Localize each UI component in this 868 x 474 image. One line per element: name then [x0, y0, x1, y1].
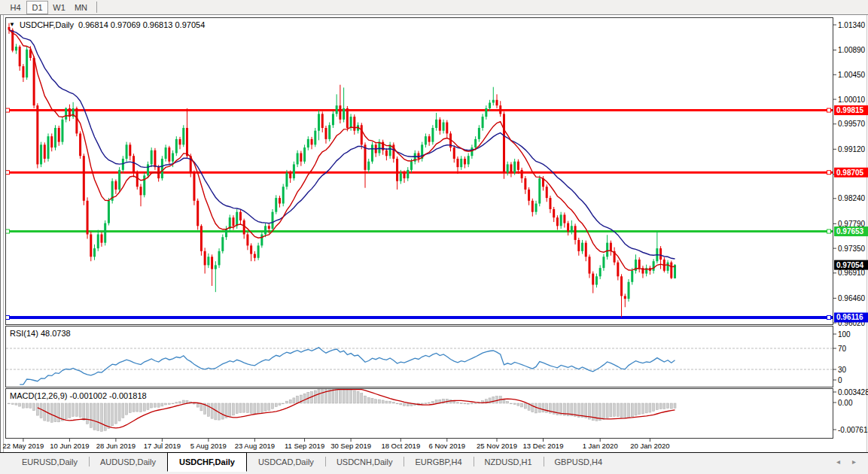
hline-handle[interactable]	[6, 108, 10, 112]
chart-tab-nzdusd[interactable]: NZDUSD,H1	[474, 454, 544, 470]
price-axis-label: 1.00010	[838, 96, 866, 104]
date-axis-label[interactable]: 1 Jan 2020	[583, 442, 618, 450]
rsi-axis-label: 0	[838, 376, 842, 384]
chart-tab-eurgbp[interactable]: EURGBP,H4	[404, 454, 473, 470]
chart-tab-usdcad[interactable]: USDCAD,Daily	[247, 454, 325, 470]
macd-axis-label: 0.003428	[838, 388, 868, 397]
hline-handle[interactable]	[6, 229, 10, 233]
date-axis-label[interactable]: 25 Nov 2019	[477, 442, 517, 450]
chart-ohlc-values: 0.96814 0.97069 0.96813 0.97054	[78, 20, 205, 29]
date-axis-label[interactable]: 30 Sep 2019	[330, 442, 371, 450]
date-axis-label[interactable]: 11 Sep 2019	[285, 442, 324, 450]
mt4-window: { "toolbar": { "buttons": [ {"label": "H…	[0, 0, 868, 474]
tab-scroll-right-icon[interactable]: ▸	[852, 457, 856, 466]
price-axis-label: 0.96910	[838, 269, 866, 277]
chart-tab-bar: EURUSD,DailyAUDUSD,DailyUSDCHF,DailyUSDC…	[0, 452, 868, 474]
tab-scroll-buttons: ◂ ▸	[836, 457, 856, 466]
chart-tab-eurusd[interactable]: EURUSD,Daily	[11, 454, 89, 470]
macd-indicator-label: MACD(12,26,9) -0.001002 -0.001818	[10, 391, 147, 400]
date-axis-label[interactable]: 20 Jan 2020	[630, 442, 669, 450]
price-badge-label: 0.96116	[836, 313, 863, 321]
macd-axis-label: 0.00	[838, 399, 853, 407]
hline-handle[interactable]	[827, 108, 831, 112]
date-axis-label[interactable]: 10 Jun 2019	[50, 442, 89, 450]
rsi-axis-label: 30	[838, 366, 847, 374]
macd-axis-label: -0.007615	[838, 426, 868, 434]
date-axis-label[interactable]: 6 Nov 2019	[428, 442, 465, 450]
date-axis-label[interactable]: 18 Oct 2019	[381, 442, 420, 450]
chart-tab-usdchf[interactable]: USDCHF,Daily	[167, 452, 247, 472]
date-axis-label[interactable]: 13 Dec 2019	[523, 442, 564, 450]
date-axis-label[interactable]: 5 Aug 2019	[190, 442, 227, 450]
price-axis-label: 0.98240	[838, 194, 866, 202]
price-axis-label: 1.00450	[838, 71, 866, 79]
price-axis-label: 0.99120	[838, 145, 866, 153]
chart-title: ▼ USDCHF,Daily 0.96814 0.97069 0.96813 0…	[9, 20, 205, 29]
date-axis-label[interactable]: 17 Jul 2019	[144, 442, 181, 450]
main-pane-bg[interactable]	[6, 18, 833, 325]
date-axis-label[interactable]: 23 Aug 2019	[235, 442, 275, 450]
price-badge-label: 0.99815	[836, 106, 864, 114]
chart-symbol-label: USDCHF,Daily	[20, 20, 74, 29]
chart-tab-gbpusd[interactable]: GBPUSD,H4	[544, 454, 614, 470]
date-axis-label[interactable]: 28 Jun 2019	[96, 442, 136, 450]
hline-handle[interactable]	[6, 315, 10, 319]
tab-scroll-left-icon[interactable]: ◂	[836, 457, 840, 466]
price-axis-label: 1.01340	[838, 21, 866, 29]
price-axis-label: 0.99570	[838, 120, 866, 128]
hline-handle[interactable]	[6, 171, 10, 175]
price-axis-label: 0.97350	[838, 245, 866, 253]
price-badge-label: 0.97653	[836, 227, 864, 235]
chart-tab-usdcnh[interactable]: USDCNH,Daily	[325, 454, 404, 470]
hline-handle[interactable]	[827, 315, 831, 319]
rsi-axis-label: 70	[838, 345, 847, 353]
rsi-axis-label: 100	[838, 330, 851, 339]
price-badge-label: 0.98705	[836, 169, 864, 177]
rsi-indicator-label: RSI(14) 48.0738	[10, 329, 71, 338]
rsi-pane-bg[interactable]	[6, 327, 833, 387]
symbol-dropdown-icon[interactable]: ▼	[9, 21, 15, 28]
date-axis-label[interactable]: 22 May 2019	[2, 442, 44, 450]
price-axis-label: 0.96460	[838, 294, 866, 302]
chart-tab-audusd[interactable]: AUDUSD,Daily	[89, 454, 167, 470]
hline-handle[interactable]	[827, 229, 831, 233]
hline-handle[interactable]	[827, 171, 831, 175]
chart-canvas[interactable]: 1.013401.008901.004501.000100.995700.991…	[0, 0, 868, 452]
price-axis-label: 1.00890	[838, 46, 866, 54]
price-badge-label: 0.97054	[836, 261, 864, 269]
